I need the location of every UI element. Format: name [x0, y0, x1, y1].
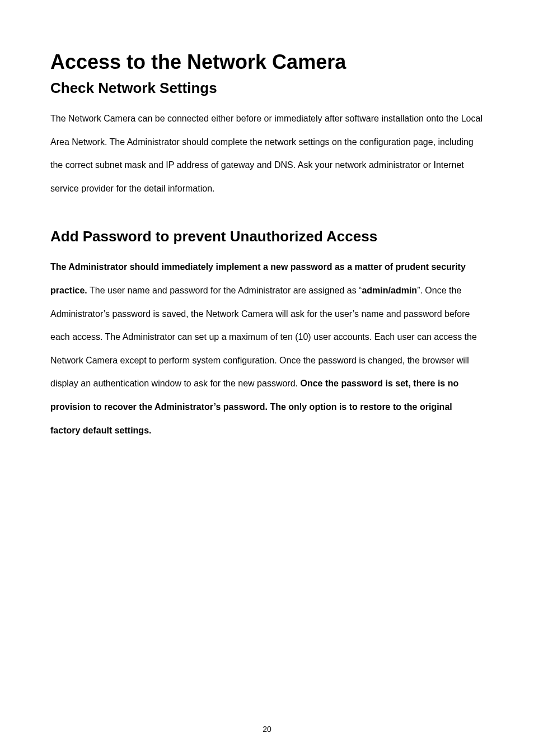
paragraph-check-network: The Network Camera can be connected eith… — [50, 107, 484, 200]
page-number: 20 — [0, 725, 534, 734]
page-container: Access to the Network Camera Check Netwo… — [0, 0, 534, 756]
subheading-add-password: Add Password to prevent Unauthorized Acc… — [50, 228, 484, 245]
subheading-check-network: Check Network Settings — [50, 80, 484, 97]
paragraph-add-password: The Administrator should immediately imp… — [50, 255, 484, 442]
page-title: Access to the Network Camera — [50, 50, 484, 74]
text-2: ”. Once the Administrator’s password is … — [50, 286, 477, 388]
text-bold-2: admin/admin — [362, 286, 417, 295]
text-1: The user name and password for the Admin… — [87, 286, 362, 295]
